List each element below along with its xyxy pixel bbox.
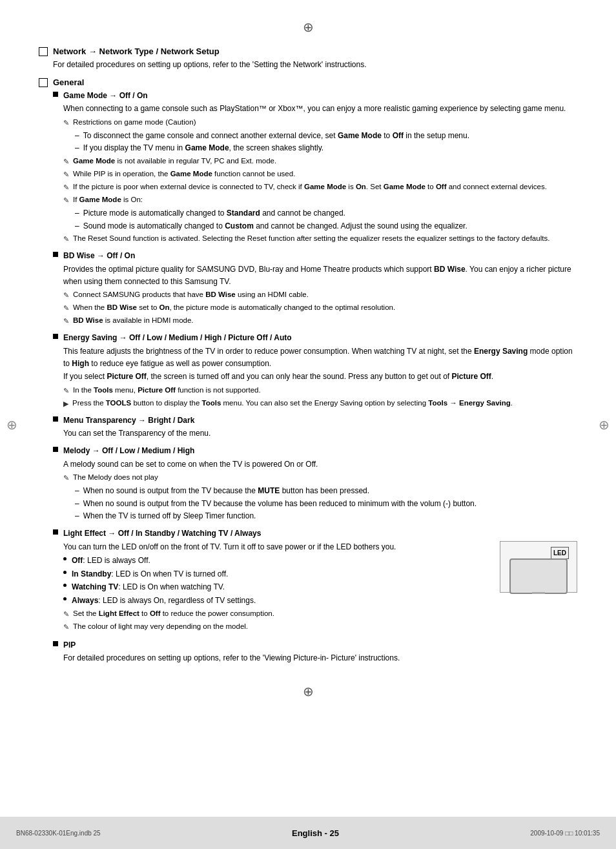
- subsection-menu-transparency-content: You can set the Transparency of the menu…: [63, 427, 577, 440]
- section-general: General Game Mode → Off / On When connec…: [39, 77, 577, 664]
- subsection-game-mode: Game Mode → Off / On When connecting to …: [53, 90, 577, 245]
- dash-text-2: If you display the TV menu in Game Mode,…: [83, 142, 323, 154]
- dash-2: –: [75, 142, 79, 154]
- section-network-title: Network → Network Type / Network Setup: [53, 46, 220, 56]
- subsection-menu-transparency-title: Menu Transparency → Bright / Dark: [63, 414, 194, 427]
- energy-saving-intro: This feature adjusts the brightness of t…: [63, 345, 577, 369]
- note-text-bd-1: Connect SAMSUNG products that have BD Wi…: [73, 289, 309, 300]
- dot-bullet-watching: [63, 584, 67, 587]
- section-network-text: For detailed procedures on setting up op…: [53, 60, 367, 69]
- dot-bullet-standby: [63, 571, 67, 574]
- dash-melody-text-3: When the TV is turned off by Sleep Timer…: [83, 510, 256, 522]
- subsection-light-effect-content: LED You can turn the LED on/off on the f…: [63, 541, 577, 633]
- subsection-light-effect-header: Light Effect → Off / In Standby / Watchi…: [53, 527, 577, 540]
- note-icon-5: ✎: [63, 195, 69, 206]
- checkbox-general: [39, 78, 48, 87]
- subsection-pip-header: PIP: [53, 639, 577, 651]
- section-network-header: Network → Network Type / Network Setup: [39, 46, 577, 56]
- subsection-light-effect: Light Effect → Off / In Standby / Watchi…: [53, 527, 577, 634]
- subsection-pip: PIP For detailed procedures on setting u…: [53, 639, 577, 664]
- note-game-mode-1: ✎ Restrictions on game mode (Caution): [63, 117, 577, 128]
- square-bullet-melody: [53, 447, 58, 452]
- note-icon-bd-2: ✎: [63, 303, 69, 314]
- checkbox-network: [39, 47, 48, 56]
- square-bullet-light: [53, 529, 58, 535]
- note-game-mode-5: ✎ If Game Mode is On:: [63, 194, 577, 206]
- note-icon-energy-1: ✎: [63, 385, 69, 396]
- section-general-title: General: [53, 77, 84, 87]
- dash-melody-3: – When the TV is turned off by Sleep Tim…: [75, 510, 577, 522]
- section-network-content: For detailed procedures on setting up op…: [53, 59, 577, 71]
- subsection-pip-title: PIP: [63, 639, 76, 651]
- note-game-mode-6: ✎ The Reset Sound function is activated.…: [63, 233, 577, 245]
- subsection-pip-content: For detailed procedures on setting up op…: [63, 652, 577, 664]
- subsection-energy-saving-header: Energy Saving → Off / Low / Medium / Hig…: [53, 332, 577, 344]
- note-text-energy-2: Press the TOOLS button to display the To…: [72, 398, 513, 409]
- page-footer: BN68-02330K-01Eng.indb 25 English - 25 2…: [0, 817, 616, 849]
- tv-diagram: [509, 552, 568, 594]
- page: ⊕ ⊕ ⊕ Network → Network Type / Network S…: [0, 0, 616, 849]
- subsection-game-mode-content: When connecting to a game console such a…: [63, 103, 577, 245]
- note-text-4: If the picture is poor when external dev…: [73, 181, 547, 192]
- section-network: Network → Network Type / Network Setup F…: [39, 46, 577, 71]
- note-text-6: The Reset Sound function is activated. S…: [73, 233, 549, 244]
- dot-bullet-always: [63, 597, 67, 600]
- led-label: LED: [551, 547, 569, 560]
- note-icon-bd-3: ✎: [63, 316, 69, 327]
- note-icon-1: ✎: [63, 118, 69, 128]
- subsection-bd-wise-content: Provides the optimal picture quality for…: [63, 263, 577, 327]
- dot-text-standby: In Standby: LED is On when TV is turned …: [72, 568, 228, 580]
- subsection-menu-transparency-header: Menu Transparency → Bright / Dark: [53, 414, 577, 427]
- note-text-energy-1: In the Tools menu, Picture Off function …: [73, 385, 261, 396]
- dash-item-2: – If you display the TV menu in Game Mod…: [75, 142, 577, 154]
- dash-item-1: – To disconnect the game console and con…: [75, 130, 577, 142]
- dash-text-3: Picture mode is automatically changed to…: [83, 207, 345, 220]
- bottom-decoration: ⊕: [39, 684, 577, 699]
- subsection-bd-wise-header: BD Wise → Off / On: [53, 250, 577, 262]
- note-game-mode-3: ✎ While PIP is in operation, the Game Mo…: [63, 169, 577, 180]
- square-bullet-energy: [53, 334, 58, 339]
- led-image: LED: [500, 541, 577, 593]
- dash-m2: –: [75, 498, 79, 510]
- subsection-menu-transparency: Menu Transparency → Bright / Dark You ca…: [53, 414, 577, 440]
- note-text-2: Game Mode is not available in regular TV…: [73, 156, 276, 167]
- note-icon-melody-1: ✎: [63, 473, 69, 484]
- note-bd-wise-2: ✎ When the BD Wise set to On, the pictur…: [63, 302, 577, 314]
- dash-1: –: [75, 130, 79, 142]
- energy-saving-extra: If you select Picture Off, the screen is…: [63, 371, 577, 383]
- dash-m1: –: [75, 485, 79, 497]
- right-symbol: ⊕: [599, 417, 610, 433]
- note-text-light-1: Set the Light Effect to Off to reduce th…: [73, 608, 274, 619]
- tv-shape: [509, 558, 568, 594]
- section-general-content: Game Mode → Off / On When connecting to …: [53, 90, 577, 664]
- subsection-melody-header: Melody → Off / Low / Medium / High: [53, 445, 577, 457]
- note-icon-bd-1: ✎: [63, 290, 69, 301]
- note-bd-wise-1: ✎ Connect SAMSUNG products that have BD …: [63, 289, 577, 301]
- subsection-bd-wise: BD Wise → Off / On Provides the optimal …: [53, 250, 577, 327]
- dot-item-standby: In Standby: LED is On when TV is turned …: [63, 568, 490, 580]
- footer-left: BN68-02330K-01Eng.indb 25: [16, 830, 101, 837]
- menu-transparency-text: You can set the Transparency of the menu…: [63, 427, 577, 440]
- dash-melody-text-1: When no sound is output from the TV beca…: [83, 485, 369, 497]
- dot-text-always: Always: LED is always On, regardless of …: [72, 595, 256, 607]
- note-bd-wise-3: ✎ BD Wise is available in HDMI mode.: [63, 315, 577, 327]
- square-bullet-pip: [53, 641, 58, 646]
- dash-text-4: Sound mode is automatically changed to C…: [83, 220, 467, 232]
- dash-melody-1: – When no sound is output from the TV be…: [75, 485, 577, 497]
- bd-wise-intro: Provides the optimal picture quality for…: [63, 263, 577, 287]
- dot-text-watching: Watching TV: LED is On when watching TV.: [72, 581, 225, 593]
- note-text-5: If Game Mode is On:: [73, 194, 143, 205]
- note-text-melody-1: The Melody does not play: [73, 472, 158, 483]
- note-melody-1: ✎ The Melody does not play: [63, 472, 577, 484]
- subsection-melody: Melody → Off / Low / Medium / High A mel…: [53, 445, 577, 522]
- subsection-energy-saving-title: Energy Saving → Off / Low / Medium / Hig…: [63, 332, 292, 344]
- melody-intro: A melody sound can be set to come on whe…: [63, 458, 577, 471]
- footer-right: 2009-10-09 □□ 10:01:35: [530, 830, 600, 837]
- note-text-3: While PIP is in operation, the Game Mode…: [73, 169, 295, 179]
- note-game-mode-2: ✎ Game Mode is not available in regular …: [63, 156, 577, 167]
- note-energy-1: ✎ In the Tools menu, Picture Off functio…: [63, 385, 577, 396]
- square-bullet-bd-wise: [53, 252, 58, 257]
- dash-list-1: – To disconnect the game console and con…: [75, 130, 577, 154]
- dot-item-off: Off: LED is always Off.: [63, 555, 490, 567]
- note-light-1: ✎ Set the Light Effect to Off to reduce …: [63, 608, 577, 620]
